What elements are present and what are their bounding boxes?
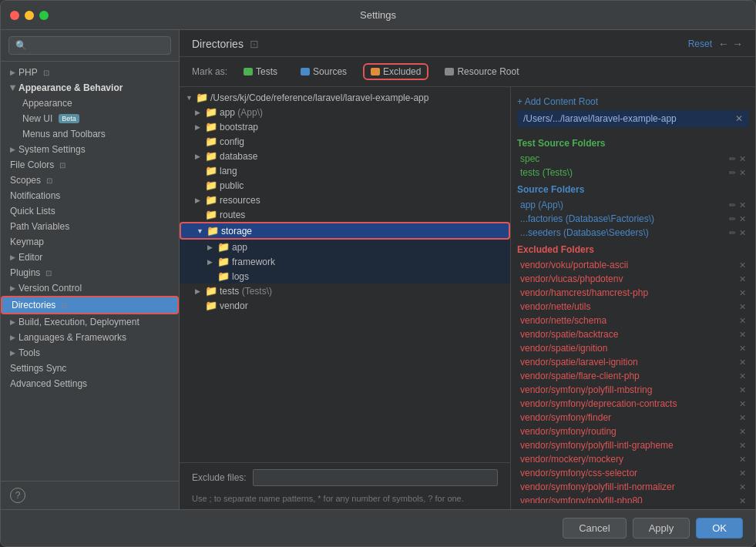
remove-action[interactable]: ✕ <box>739 357 746 367</box>
folder-name[interactable]: vendor/symfony/polyfill-intl-normalizer <box>520 482 675 492</box>
remove-action[interactable]: ✕ <box>739 385 746 395</box>
tree-item-resources[interactable]: ▶ 📁 resources <box>180 193 510 207</box>
sidebar-item-scopes[interactable]: Scopes ⊡ <box>1 173 179 188</box>
tree-item-lang[interactable]: ▶ 📁 lang <box>180 163 510 178</box>
ok-button[interactable]: OK <box>696 518 743 539</box>
folder-name[interactable]: app (App\) <box>520 200 563 210</box>
edit-action[interactable]: ✏ <box>729 200 736 210</box>
folder-name[interactable]: ...factories (Database\Factories\) <box>520 213 654 224</box>
sidebar-item-advanced-settings[interactable]: Advanced Settings <box>1 376 179 391</box>
mark-tests-button[interactable]: Tests <box>237 64 284 79</box>
remove-action[interactable]: ✕ <box>739 468 746 478</box>
remove-action[interactable]: ✕ <box>739 260 746 270</box>
remove-action[interactable]: ✕ <box>739 228 746 238</box>
remove-action[interactable]: ✕ <box>739 288 746 298</box>
edit-action[interactable]: ✏ <box>729 154 736 164</box>
window-controls[interactable] <box>10 11 49 20</box>
folder-name[interactable]: vendor/symfony/polyfill-mbstring <box>520 384 652 395</box>
tree-item-bootstrap[interactable]: ▶ 📁 bootstrap <box>180 119 510 134</box>
mark-excluded-button[interactable]: Excluded <box>363 63 428 80</box>
tree-item-storage[interactable]: ▼ 📁 storage <box>180 222 510 240</box>
remove-action[interactable]: ✕ <box>739 427 746 437</box>
sidebar-item-system-settings[interactable]: ▶ System Settings <box>1 142 179 157</box>
folder-name[interactable]: ...seeders (Database\Seeders\) <box>520 227 649 238</box>
tree-item-public[interactable]: ▶ 📁 public <box>180 178 510 193</box>
sidebar-item-file-colors[interactable]: File Colors ⊡ <box>1 157 179 173</box>
minimize-button[interactable] <box>25 11 34 20</box>
tree-item-storage-app[interactable]: ▶ 📁 app <box>180 240 510 254</box>
tree-item-config[interactable]: ▶ 📁 config <box>180 134 510 149</box>
sidebar-item-appearance-behavior[interactable]: ▶ Appearance & Behavior <box>1 80 179 96</box>
folder-name[interactable]: vendor/symfony/deprecation-contracts <box>520 398 677 409</box>
mark-resource-root-button[interactable]: Resource Root <box>438 64 526 79</box>
folder-name[interactable]: spec <box>520 153 539 164</box>
help-button[interactable]: ? <box>10 488 25 503</box>
remove-action[interactable]: ✕ <box>739 274 746 284</box>
mark-sources-button[interactable]: Sources <box>294 64 354 79</box>
remove-action[interactable]: ✕ <box>739 455 746 465</box>
sidebar-item-editor[interactable]: ▶ Editor <box>1 250 179 265</box>
sidebar-item-languages-frameworks[interactable]: ▶ Languages & Frameworks <box>1 330 179 345</box>
tree-item-app[interactable]: ▶ 📁 app (App\) <box>180 105 510 119</box>
remove-action[interactable]: ✕ <box>739 413 746 423</box>
folder-name[interactable]: vendor/vlucas/phpdotenv <box>520 274 623 284</box>
sidebar-item-php[interactable]: ▶ PHP ⊡ <box>1 65 179 80</box>
tree-item-database[interactable]: ▶ 📁 database <box>180 149 510 163</box>
sidebar-item-tools[interactable]: ▶ Tools <box>1 345 179 361</box>
remove-action[interactable]: ✕ <box>739 482 746 492</box>
remove-action[interactable]: ✕ <box>739 371 746 381</box>
folder-name[interactable]: vendor/nette/utils <box>520 301 590 312</box>
tree-item-root[interactable]: ▼ 📁 /Users/kj/Code/reference/laravel/lar… <box>180 90 510 105</box>
remove-action[interactable]: ✕ <box>739 330 746 340</box>
close-button[interactable] <box>10 11 19 20</box>
remove-action[interactable]: ✕ <box>739 214 746 224</box>
remove-action[interactable]: ✕ <box>739 399 746 409</box>
folder-name[interactable]: vendor/mockery/mockery <box>520 454 623 465</box>
remove-action[interactable]: ✕ <box>739 168 746 178</box>
tree-item-tests[interactable]: ▶ 📁 tests (Tests\) <box>180 284 510 298</box>
apply-button[interactable]: Apply <box>633 518 690 539</box>
edit-action[interactable]: ✏ <box>729 168 736 178</box>
sidebar-item-plugins[interactable]: Plugins ⊡ <box>1 265 179 280</box>
tree-item-storage-logs[interactable]: ▶ 📁 logs <box>180 269 510 284</box>
sidebar-item-settings-sync[interactable]: Settings Sync <box>1 361 179 376</box>
folder-name[interactable]: vendor/voku/portable-ascii <box>520 260 628 270</box>
folder-name[interactable]: vendor/symfony/polyfill-php80 <box>520 495 643 503</box>
folder-name[interactable]: vendor/spatie/backtrace <box>520 329 618 340</box>
sidebar-item-path-variables[interactable]: Path Variables <box>1 219 179 234</box>
sidebar-item-menus-toolbars[interactable]: Menus and Toolbars <box>1 126 179 142</box>
folder-name[interactable]: vendor/symfony/finder <box>520 412 611 423</box>
forward-arrow[interactable]: → <box>732 38 743 50</box>
folder-name[interactable]: vendor/nette/schema <box>520 315 606 326</box>
remove-action[interactable]: ✕ <box>739 154 746 164</box>
tree-item-storage-framework[interactable]: ▶ 📁 framework <box>180 254 510 269</box>
root-close-button[interactable]: ✕ <box>735 113 743 124</box>
folder-name[interactable]: vendor/symfony/polyfill-intl-grapheme <box>520 440 674 451</box>
sidebar-item-build-execution[interactable]: ▶ Build, Execution, Deployment <box>1 314 179 330</box>
remove-action[interactable]: ✕ <box>739 200 746 210</box>
reset-button[interactable]: Reset <box>688 39 712 49</box>
add-content-root-button[interactable]: + Add Content Root <box>517 93 749 110</box>
sidebar-item-notifications[interactable]: Notifications <box>1 188 179 203</box>
remove-action[interactable]: ✕ <box>739 496 746 504</box>
edit-action[interactable]: ✏ <box>729 214 736 224</box>
sidebar-item-directories[interactable]: Directories ⊡ <box>1 296 179 314</box>
remove-action[interactable]: ✕ <box>739 302 746 312</box>
sidebar-item-appearance[interactable]: Appearance <box>1 96 179 111</box>
folder-name[interactable]: vendor/spatie/ignition <box>520 343 607 354</box>
sidebar-item-quick-lists[interactable]: Quick Lists <box>1 203 179 219</box>
folder-name[interactable]: vendor/hamcrest/hamcrest-php <box>520 287 648 298</box>
sidebar-item-keymap[interactable]: Keymap <box>1 234 179 250</box>
search-input[interactable] <box>8 36 171 55</box>
remove-action[interactable]: ✕ <box>739 316 746 326</box>
folder-name[interactable]: vendor/spatie/laravel-ignition <box>520 357 638 367</box>
sidebar-item-version-control[interactable]: ▶ Version Control <box>1 280 179 296</box>
maximize-button[interactable] <box>39 11 49 20</box>
cancel-button[interactable]: Cancel <box>563 518 626 539</box>
tree-item-vendor[interactable]: ▶ 📁 vendor <box>180 298 510 313</box>
edit-action[interactable]: ✏ <box>729 228 736 238</box>
exclude-files-input[interactable] <box>253 469 498 486</box>
remove-action[interactable]: ✕ <box>739 344 746 354</box>
back-arrow[interactable]: ← <box>718 38 729 50</box>
folder-name[interactable]: tests (Tests\) <box>520 167 573 178</box>
